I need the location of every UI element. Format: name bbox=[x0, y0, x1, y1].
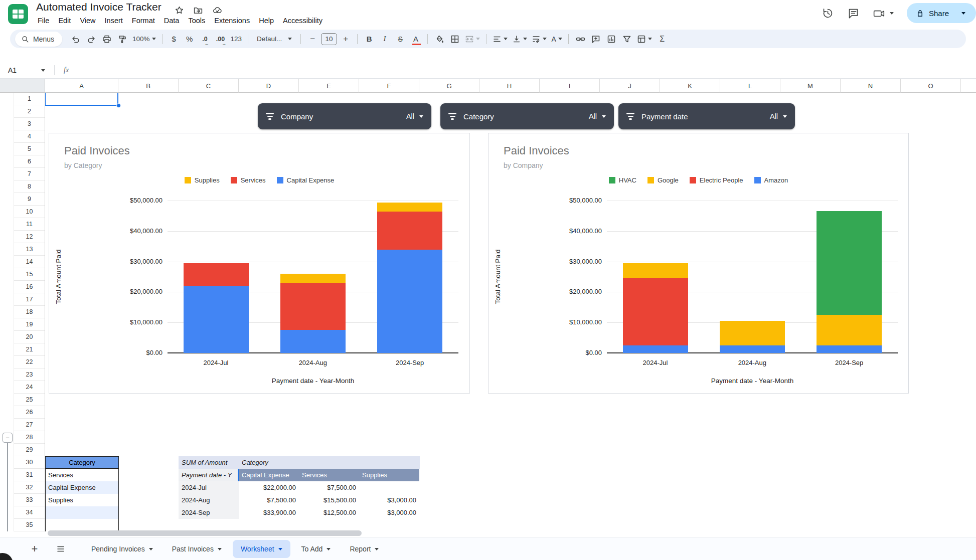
column-header-N[interactable]: N bbox=[841, 79, 901, 93]
column-header-M[interactable]: M bbox=[780, 79, 841, 93]
number-format-button[interactable]: 123 bbox=[229, 32, 244, 46]
row-header-14[interactable]: 14 bbox=[14, 256, 45, 268]
slicer-payment-date[interactable]: Payment dateAll bbox=[618, 103, 795, 129]
row-header-7[interactable]: 7 bbox=[14, 168, 45, 180]
row-header-22[interactable]: 22 bbox=[14, 356, 45, 368]
star-icon[interactable] bbox=[175, 6, 184, 15]
sheets-logo-icon[interactable] bbox=[8, 4, 28, 24]
row-header-27[interactable]: 27 bbox=[14, 419, 45, 431]
insert-comment-button[interactable] bbox=[589, 32, 603, 46]
bar-segment-2024-Jul-google[interactable] bbox=[623, 263, 688, 278]
tab-dropdown-caret[interactable] bbox=[375, 548, 379, 550]
pivot-value-cell[interactable]: $33,900.00 bbox=[239, 506, 299, 519]
row-header-29[interactable]: 29 bbox=[14, 444, 45, 456]
slicer-dropdown-caret[interactable] bbox=[602, 115, 606, 118]
horizontal-align-button[interactable] bbox=[491, 32, 509, 46]
text-rotation-button[interactable]: A bbox=[550, 32, 564, 46]
slicer-dropdown-caret[interactable] bbox=[419, 115, 423, 118]
fill-handle[interactable] bbox=[116, 103, 121, 108]
bar-segment-2024-Sep-supplies[interactable] bbox=[377, 203, 442, 212]
horizontal-scrollbar[interactable] bbox=[48, 530, 362, 536]
font-size-input[interactable]: 10 bbox=[321, 33, 337, 45]
tab-pending-invoices[interactable]: Pending Invoices bbox=[83, 540, 161, 558]
row-header-11[interactable]: 11 bbox=[14, 218, 45, 231]
decrease-decimal-button[interactable]: .0← bbox=[198, 32, 212, 46]
row-header-24[interactable]: 24 bbox=[14, 381, 45, 394]
bar-segment-2024-Aug-capital-expense[interactable] bbox=[280, 330, 346, 353]
row-header-9[interactable]: 9 bbox=[14, 193, 45, 206]
row-header-18[interactable]: 18 bbox=[14, 306, 45, 318]
chart-paid-invoices-by-category[interactable]: Paid Invoicesby CategorySuppliesServices… bbox=[49, 133, 470, 394]
increase-decimal-button[interactable]: .00→ bbox=[214, 32, 228, 46]
row-header-32[interactable]: 32 bbox=[14, 481, 45, 494]
bar-segment-2024-Sep-amazon[interactable] bbox=[817, 345, 882, 353]
slicer-company[interactable]: CompanyAll bbox=[258, 103, 431, 129]
move-folder-icon[interactable] bbox=[193, 6, 203, 15]
format-percent-button[interactable]: % bbox=[183, 32, 197, 46]
formula-input[interactable] bbox=[69, 62, 976, 78]
row-header-13[interactable]: 13 bbox=[14, 243, 45, 256]
row-header-21[interactable]: 21 bbox=[14, 343, 45, 356]
selected-cell-a1[interactable] bbox=[45, 93, 118, 106]
bar-segment-2024-Jul-amazon[interactable] bbox=[623, 345, 688, 353]
functions-button[interactable]: Σ bbox=[655, 32, 669, 46]
tab-dropdown-caret[interactable] bbox=[149, 548, 153, 550]
share-button[interactable]: Share bbox=[907, 3, 976, 23]
insert-chart-button[interactable] bbox=[604, 32, 618, 46]
pivot-column-header-supplies[interactable]: Supplies bbox=[359, 469, 419, 481]
column-header-B[interactable]: B bbox=[118, 79, 179, 93]
create-filter-button[interactable] bbox=[620, 32, 634, 46]
zoom-control[interactable]: 100% bbox=[131, 32, 157, 46]
column-header-C[interactable]: C bbox=[179, 79, 239, 93]
row-header-16[interactable]: 16 bbox=[14, 281, 45, 293]
column-header-H[interactable]: H bbox=[479, 79, 540, 93]
document-title[interactable]: Automated Invoice Tracker bbox=[36, 1, 161, 13]
print-button[interactable] bbox=[100, 32, 114, 46]
text-wrap-button[interactable] bbox=[530, 32, 548, 46]
pivot-sum-of-amount[interactable]: SUM of Amount bbox=[179, 456, 239, 469]
bar-segment-2024-Jul-electric-people[interactable] bbox=[623, 278, 688, 345]
pivot-table[interactable]: SUM of AmountCategoryPayment date - YCap… bbox=[179, 456, 420, 519]
bar-segment-2024-Aug-google[interactable] bbox=[720, 321, 785, 345]
tab-report[interactable]: Report bbox=[342, 540, 387, 558]
row-header-2[interactable]: 2 bbox=[14, 105, 45, 118]
column-header-G[interactable]: G bbox=[419, 79, 479, 93]
row-header-3[interactable]: 3 bbox=[14, 118, 45, 130]
pivot-value-cell[interactable]: $15,500.00 bbox=[299, 494, 359, 506]
menu-insert[interactable]: Insert bbox=[100, 15, 127, 27]
slicer-category[interactable]: CategoryAll bbox=[440, 103, 614, 129]
increase-font-size-button[interactable]: + bbox=[339, 32, 353, 46]
bar-segment-2024-Sep-google[interactable] bbox=[817, 315, 882, 345]
bar-segment-2024-Sep-capital-expense[interactable] bbox=[377, 250, 442, 353]
menu-tools[interactable]: Tools bbox=[184, 15, 210, 27]
row-header-8[interactable]: 8 bbox=[14, 180, 45, 193]
pivot-column-header-services[interactable]: Services bbox=[299, 469, 359, 481]
category-table-row[interactable] bbox=[46, 506, 118, 519]
row-header-20[interactable]: 20 bbox=[14, 331, 45, 343]
menu-help[interactable]: Help bbox=[254, 15, 278, 27]
vertical-align-button[interactable] bbox=[511, 32, 529, 46]
column-header-F[interactable]: F bbox=[359, 79, 419, 93]
pivot-column-header-capital-expense[interactable]: Capital Expense bbox=[239, 469, 299, 481]
pivot-category-header[interactable]: Category bbox=[239, 456, 420, 469]
category-table-row[interactable] bbox=[46, 519, 118, 531]
borders-button[interactable] bbox=[448, 32, 462, 46]
decrease-font-size-button[interactable]: − bbox=[305, 32, 319, 46]
row-header-1[interactable]: 1 bbox=[14, 93, 45, 105]
name-box[interactable]: A1 bbox=[0, 66, 50, 74]
pivot-value-cell[interactable]: $3,000.00 bbox=[359, 494, 419, 506]
pivot-row-dimension[interactable]: Payment date - Y bbox=[179, 469, 239, 481]
pivot-row-label[interactable]: 2024-Jul bbox=[179, 481, 239, 494]
category-table-row[interactable]: Services bbox=[46, 469, 118, 481]
insert-link-button[interactable] bbox=[573, 32, 587, 46]
table-views-button[interactable] bbox=[635, 32, 654, 46]
text-color-button[interactable]: A bbox=[409, 32, 423, 46]
row-header-23[interactable]: 23 bbox=[14, 368, 45, 381]
category-table-row[interactable]: Capital Expense bbox=[46, 481, 118, 494]
font-family-select[interactable]: Defaul... bbox=[253, 32, 296, 46]
tab-dropdown-caret[interactable] bbox=[278, 548, 282, 550]
menu-format[interactable]: Format bbox=[127, 15, 159, 27]
column-header-K[interactable]: K bbox=[660, 79, 720, 93]
tab-worksheet[interactable]: Worksheet bbox=[233, 540, 290, 558]
bar-segment-2024-Sep-hvac[interactable] bbox=[817, 211, 882, 315]
